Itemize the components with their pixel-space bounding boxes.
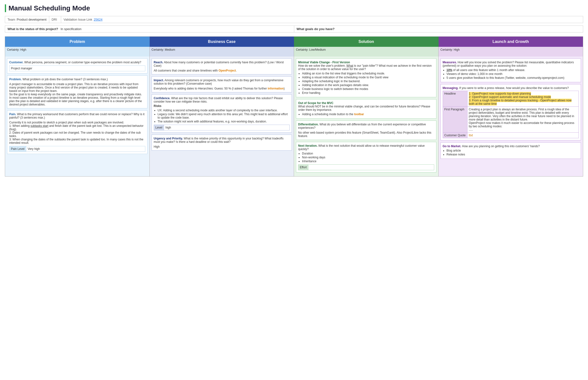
headline-label: Headline <box>443 91 467 107</box>
headline-row: Headline 1: OpenProject now supports top… <box>443 91 579 107</box>
urgency-card: Urgency and Priority. What is the relati… <box>152 134 292 151</box>
launch-certainty: Certainty: High <box>438 47 583 57</box>
messaging-title: Messaging. <box>443 86 458 90</box>
diff-title: Differentiation. <box>298 123 319 126</box>
validation-label: Validation Issue Link <box>64 18 92 21</box>
status-cell: What is the status of this project? In s… <box>5 26 294 32</box>
gtm-item-2: Release notes <box>447 153 579 156</box>
page-title: Manual Scheduling Mode <box>5 4 583 12</box>
effort-label: Effort <box>298 165 308 170</box>
measures-title: Measures. <box>443 61 457 64</box>
status-row: What is the status of this project? In s… <box>5 25 583 33</box>
messaging-table: Headline 1: OpenProject now supports top… <box>443 91 579 138</box>
problem-text: A project manager is accountable to crea… <box>9 82 145 106</box>
pain-text: Currently it is not possible to sketch a… <box>9 121 145 145</box>
customer-desc: What persona, persona segment, or custom… <box>24 61 141 64</box>
level-value: high <box>164 125 289 130</box>
messaging-card: Messaging. If you were to write a press … <box>440 84 581 140</box>
next-item-2: Non-working days <box>302 156 434 159</box>
problem-header: Problem <box>5 37 150 47</box>
business-header: Business Case <box>150 37 294 47</box>
customer-quote-value: tbd <box>467 133 579 138</box>
go-to-market-card: Go to Market. How are you planning on ge… <box>440 142 581 159</box>
solution-body: Minimal Viable Change - First Version Ho… <box>294 57 438 176</box>
customer-title: Customer. <box>9 61 23 64</box>
next-title: Next iteration. <box>298 144 318 148</box>
mvc-item-6: Error handling <box>302 91 434 95</box>
customer-quote-label: Customer Quote <box>443 133 467 138</box>
customer-quote-row: Customer Quote tbd <box>443 133 579 138</box>
pain-level-label: Pain Level <box>9 146 26 152</box>
oos-items-list: Adding a scheduling mode button to the t… <box>302 113 434 116</box>
business-certainty: Certainty: Medium <box>150 47 294 57</box>
pain-level-value: Very high <box>26 146 145 152</box>
impact-card: Impact. Among relevant customers or pros… <box>152 76 292 92</box>
confidence-title: Confidence. <box>154 96 171 100</box>
customer-card: Customer. What persona, persona segment,… <box>7 58 148 74</box>
team-cell: Team Product development <box>5 16 49 23</box>
problem-certainty: Certainty: High <box>5 47 150 57</box>
confidence-desc: What are the top risk factors that could… <box>154 96 283 103</box>
effort-row: Effort <box>298 164 434 170</box>
measure-item-2: Viewers of demo video: 1,000 in one mont… <box>447 72 579 76</box>
problem-card: Problem. What problem or job does the cu… <box>7 76 148 108</box>
reach-text: All customers that create and share time… <box>154 69 290 72</box>
validation-link[interactable]: 25624 <box>94 18 102 21</box>
dri-cell: DRI <box>49 16 61 23</box>
next-item-1: Duration <box>302 152 434 155</box>
effort-value <box>308 165 434 170</box>
team-value: Product development <box>17 18 47 21</box>
first-para-value: Creating a project plan is always an ite… <box>467 107 579 133</box>
go-to-market-title: Go to Market. <box>443 145 461 148</box>
goals-cell: What goals do you have? <box>294 26 583 32</box>
next-card: Next iteration. What is the next solutio… <box>296 142 436 172</box>
launch-body: Measures. How will you know you solved t… <box>438 57 583 176</box>
urgency-title: Urgency and Priority. <box>154 137 183 140</box>
customer-value: Project manager <box>9 66 145 71</box>
measures-card: Measures. How will you know you solved t… <box>440 58 581 82</box>
go-to-market-desc: How are you planning on getting this int… <box>462 145 540 148</box>
dri-label: DRI <box>52 18 57 21</box>
mvc-item-4: Adding indication in the work packages d… <box>302 83 434 87</box>
confidence-risk-1: UX: Adding a second scheduling mode adds… <box>158 109 290 112</box>
oos-item-1: Adding a scheduling mode button to the t… <box>302 113 434 116</box>
measure-item-1: 10% of all users use this feature within… <box>447 68 579 72</box>
confidence-card: Confidence. What are the top risk factor… <box>152 94 292 133</box>
impact-title: Impact. <box>154 78 164 82</box>
next-items-list: Duration Non-working days Inheritance <box>302 152 434 163</box>
confidence-risks-list: UX: Adding a second scheduling mode adds… <box>158 109 290 123</box>
next-item-3: Inheritance <box>302 160 434 163</box>
reach-title: Reach. <box>154 61 163 64</box>
diff-card: Differentiation. What do you believe wil… <box>296 120 436 140</box>
risks-label: Risks <box>154 104 290 108</box>
problem-body: Customer. What persona, persona segment,… <box>5 57 150 176</box>
mvc-item-2: Adding a visual indication of the schedu… <box>302 76 434 79</box>
mvc-item-1: Adding an icon to the list view that tri… <box>302 72 434 75</box>
headline-value: 1: OpenProject now supports top-down pla… <box>467 91 579 107</box>
gtm-item-1: Blog article <box>447 149 579 152</box>
impact-desc: Among relevant customers or prospects, h… <box>154 78 284 85</box>
measure-item-3: 5 users give positive feedback to this f… <box>447 76 579 79</box>
launch-header: Launch and Growth <box>438 37 583 47</box>
oos-title: Out of Scope for the MVC <box>298 101 333 105</box>
problem-desc: What problem or job does the customer ha… <box>22 77 108 81</box>
mvc-title: Minimal Viable Change - First Version <box>298 61 350 64</box>
customer-value-row: Project manager <box>9 65 145 71</box>
confidence-risk-3: The solution might not work with additio… <box>158 120 290 123</box>
solution-header: Solution <box>294 37 438 47</box>
validation-cell: Validation Issue Link 25624 <box>61 16 583 23</box>
reach-card: Reach. About how many customers or poten… <box>152 58 292 75</box>
oos-desc: What should NOT be in the minimal viable… <box>298 105 430 112</box>
goals-value <box>337 27 338 31</box>
reach-desc: About how many customers or potential cu… <box>154 61 284 67</box>
team-label: Team <box>7 18 15 21</box>
measures-list: 10% of all users use this feature within… <box>447 68 579 79</box>
first-para-label: First Paragraph <box>443 107 467 133</box>
mvc-card: Minimal Viable Change - First Version Ho… <box>296 58 436 97</box>
status-label: What is the status of this project? <box>7 27 58 31</box>
mvc-desc: How do we solve the user's problem. What… <box>298 64 432 71</box>
pain-desc: What is the primary workaround that cust… <box>9 113 145 119</box>
confidence-risk-2: Legacy code: We didn't spend very much a… <box>158 113 290 119</box>
level-label: Level <box>154 125 164 130</box>
diff-text: No other web based system provides this … <box>298 131 434 138</box>
